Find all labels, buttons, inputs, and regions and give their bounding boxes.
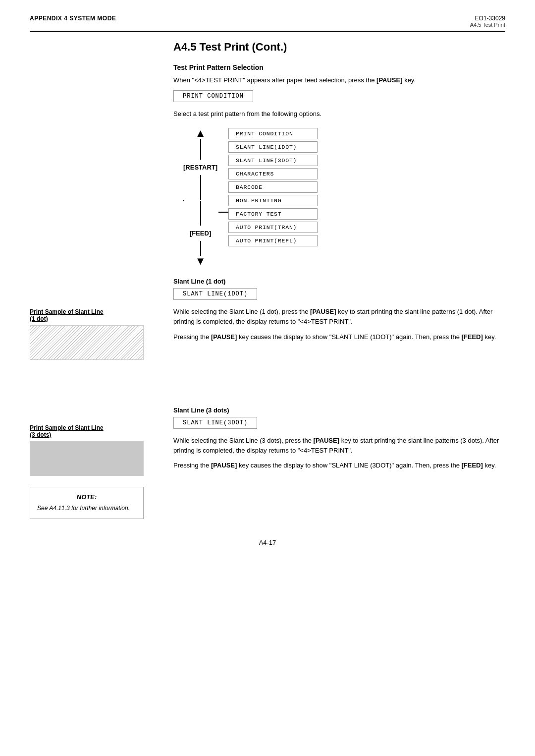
- slant1-heading: Slant Line (1 dot): [173, 278, 505, 285]
- page-number: A4-17: [30, 539, 505, 546]
- menu-item-auto-refl: AUTO PRINT(REFL): [228, 235, 318, 246]
- menu-item-print-condition: PRINT CONDITION: [228, 128, 318, 139]
- section1-para1: When "<4>TEST PRINT" appears after paper…: [173, 75, 505, 85]
- arrow-down-icon: ▼: [195, 256, 206, 267]
- menu-item-non-printing: NON-PRINTING: [228, 195, 318, 206]
- section1-heading: Test Print Pattern Selection: [173, 63, 505, 71]
- slant3-para2: Pressing the [PAUSE] key causes the disp…: [173, 461, 505, 470]
- menu-diagram: ▲ [RESTART] [FEED] ▼: [183, 128, 505, 267]
- menu-item-auto-tran: AUTO PRINT(TRAN): [228, 222, 318, 233]
- left-column: Print Sample of Slant Line (1 dot) Print…: [30, 41, 159, 519]
- slant3-para1: While selecting the Slant Line (3 dots),…: [173, 436, 505, 456]
- restart-label: [RESTART]: [183, 164, 217, 171]
- page-header: APPENDIX 4 SYSTEM MODE EO1-33029 A4.5 Te…: [30, 15, 505, 32]
- section1-para2: Select a test print pattern from the fol…: [173, 109, 505, 119]
- slant-1dot-sample: Print Sample of Slant Line (1 dot): [30, 308, 159, 360]
- right-column: A4.5 Test Print (Cont.) Test Print Patte…: [173, 41, 505, 519]
- section-label: A4.5 Test Print: [470, 22, 505, 28]
- doc-number: EO1-33029: [470, 15, 505, 22]
- menu-items-list: PRINT CONDITION SLANT LINE(1DOT) SLANT L…: [228, 128, 318, 246]
- appendix-label: APPENDIX 4 SYSTEM MODE: [30, 15, 116, 22]
- feed-label: [FEED]: [190, 230, 211, 237]
- slant-3dot-sample: Print Sample of Slant Line (3 dots): [30, 424, 159, 476]
- display-slant-1dot: SLANT LINE(1DOT): [173, 288, 257, 300]
- slant-3dot-image: [30, 441, 144, 476]
- menu-item-characters: CHARACTERS: [228, 168, 318, 179]
- page-title: A4.5 Test Print (Cont.): [173, 41, 505, 54]
- slant-1dot-image: [30, 325, 144, 360]
- arrow-up-icon: ▲: [195, 128, 206, 139]
- nav-column: ▲ [RESTART] [FEED] ▼: [183, 128, 217, 267]
- slant1-para2: Pressing the [PAUSE] key causes the disp…: [173, 332, 505, 342]
- connector: [218, 128, 228, 267]
- note-box: NOTE: See A4.11.3 for further informatio…: [30, 487, 144, 519]
- note-title: NOTE:: [37, 493, 136, 501]
- note-text: See A4.11.3 for further information.: [37, 504, 136, 513]
- section-slant-3dot: Slant Line (3 dots) SLANT LINE(3DOT) Whi…: [173, 407, 505, 470]
- section-slant-1dot: Slant Line (1 dot) SLANT LINE(1DOT) Whil…: [173, 278, 505, 342]
- menu-item-barcode: BARCODE: [228, 181, 318, 193]
- menu-item-slant-3dot: SLANT LINE(3DOT): [228, 155, 318, 166]
- slant1-para1: While selecting the Slant Line (1 dot), …: [173, 307, 505, 327]
- menu-item-factory-test: FACTORY TEST: [228, 208, 318, 220]
- menu-item-slant-1dot: SLANT LINE(1DOT): [228, 141, 318, 153]
- section-test-print-pattern: Test Print Pattern Selection When "<4>TE…: [173, 63, 505, 267]
- slant3-heading: Slant Line (3 dots): [173, 407, 505, 414]
- display-slant-3dot: SLANT LINE(3DOT): [173, 417, 257, 429]
- display-print-condition: PRINT CONDITION: [173, 90, 253, 102]
